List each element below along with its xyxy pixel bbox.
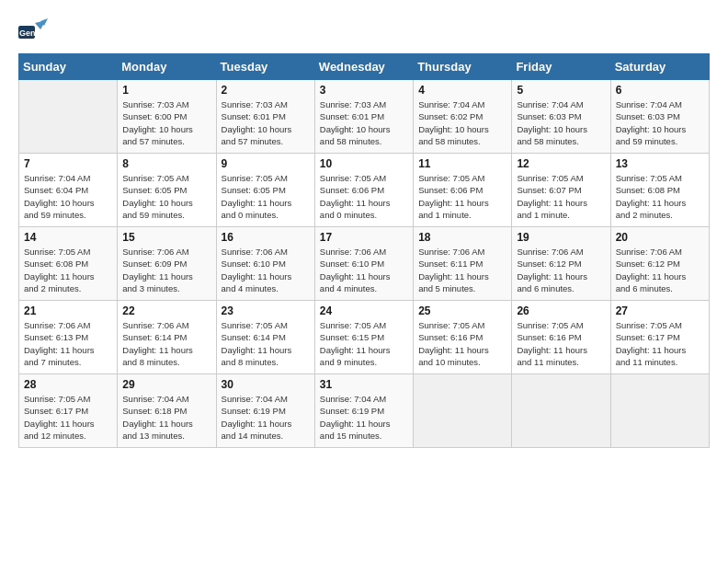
day-info: Sunrise: 7:06 AM Sunset: 6:11 PM Dayligh… (418, 246, 506, 294)
day-cell (414, 374, 512, 448)
day-number: 2 (222, 84, 310, 97)
day-cell: 1Sunrise: 7:03 AM Sunset: 6:00 PM Daylig… (118, 80, 216, 154)
day-info: Sunrise: 7:05 AM Sunset: 6:06 PM Dayligh… (418, 172, 506, 221)
week-row-5: 28Sunrise: 7:05 AM Sunset: 6:17 PM Dayli… (19, 374, 710, 448)
week-row-1: 1Sunrise: 7:03 AM Sunset: 6:00 PM Daylig… (19, 80, 710, 154)
day-info: Sunrise: 7:05 AM Sunset: 6:06 PM Dayligh… (320, 172, 408, 221)
day-number: 16 (222, 231, 310, 244)
day-cell: 24Sunrise: 7:05 AM Sunset: 6:15 PM Dayli… (314, 301, 413, 374)
day-number: 25 (418, 304, 506, 317)
day-number: 26 (517, 304, 605, 317)
day-number: 14 (24, 231, 112, 244)
day-cell: 4Sunrise: 7:04 AM Sunset: 6:02 PM Daylig… (414, 80, 512, 154)
day-number: 29 (122, 378, 210, 391)
day-number: 22 (122, 304, 210, 317)
day-cell: 26Sunrise: 7:05 AM Sunset: 6:16 PM Dayli… (512, 301, 610, 374)
day-number: 8 (122, 157, 210, 170)
day-info: Sunrise: 7:05 AM Sunset: 6:05 PM Dayligh… (122, 172, 210, 221)
day-cell: 7Sunrise: 7:04 AM Sunset: 6:04 PM Daylig… (19, 154, 118, 227)
day-info: Sunrise: 7:03 AM Sunset: 6:00 PM Dayligh… (122, 98, 210, 147)
day-number: 1 (122, 84, 210, 97)
day-info: Sunrise: 7:03 AM Sunset: 6:01 PM Dayligh… (320, 98, 408, 147)
day-info: Sunrise: 7:06 AM Sunset: 6:09 PM Dayligh… (122, 246, 210, 294)
day-info: Sunrise: 7:06 AM Sunset: 6:10 PM Dayligh… (320, 246, 408, 294)
header-cell-tuesday: Tuesday (216, 54, 314, 80)
day-number: 23 (222, 304, 310, 317)
day-cell (610, 374, 709, 448)
day-info: Sunrise: 7:05 AM Sunset: 6:17 PM Dayligh… (616, 319, 704, 368)
calendar-table: SundayMondayTuesdayWednesdayThursdayFrid… (18, 53, 710, 448)
day-number: 6 (616, 84, 704, 97)
day-number: 30 (222, 378, 310, 391)
header-row: SundayMondayTuesdayWednesdayThursdayFrid… (19, 54, 710, 80)
day-info: Sunrise: 7:04 AM Sunset: 6:03 PM Dayligh… (517, 98, 605, 147)
day-number: 21 (24, 304, 112, 317)
day-number: 13 (616, 157, 704, 170)
day-info: Sunrise: 7:04 AM Sunset: 6:03 PM Dayligh… (616, 98, 704, 147)
day-number: 9 (222, 157, 310, 170)
day-info: Sunrise: 7:06 AM Sunset: 6:10 PM Dayligh… (222, 246, 310, 294)
day-number: 24 (320, 304, 408, 317)
header-cell-friday: Friday (512, 54, 610, 80)
day-cell: 20Sunrise: 7:06 AM Sunset: 6:12 PM Dayli… (610, 227, 709, 301)
day-number: 18 (418, 231, 506, 244)
logo-icon: Gen (18, 18, 48, 44)
header-cell-wednesday: Wednesday (314, 54, 413, 80)
day-info: Sunrise: 7:04 AM Sunset: 6:19 PM Dayligh… (320, 393, 408, 442)
day-number: 12 (517, 157, 605, 170)
day-cell: 18Sunrise: 7:06 AM Sunset: 6:11 PM Dayli… (414, 227, 512, 301)
day-cell (19, 80, 118, 154)
day-info: Sunrise: 7:04 AM Sunset: 6:19 PM Dayligh… (222, 393, 310, 442)
day-info: Sunrise: 7:05 AM Sunset: 6:08 PM Dayligh… (616, 172, 704, 221)
day-info: Sunrise: 7:06 AM Sunset: 6:13 PM Dayligh… (24, 319, 112, 368)
week-row-4: 21Sunrise: 7:06 AM Sunset: 6:13 PM Dayli… (19, 301, 710, 374)
day-info: Sunrise: 7:05 AM Sunset: 6:08 PM Dayligh… (24, 246, 112, 294)
day-number: 3 (320, 84, 408, 97)
day-number: 19 (517, 231, 605, 244)
day-cell: 21Sunrise: 7:06 AM Sunset: 6:13 PM Dayli… (19, 301, 118, 374)
day-cell: 11Sunrise: 7:05 AM Sunset: 6:06 PM Dayli… (414, 154, 512, 227)
day-info: Sunrise: 7:05 AM Sunset: 6:05 PM Dayligh… (222, 172, 310, 221)
day-cell: 13Sunrise: 7:05 AM Sunset: 6:08 PM Dayli… (610, 154, 709, 227)
day-cell: 12Sunrise: 7:05 AM Sunset: 6:07 PM Dayli… (512, 154, 610, 227)
header-cell-thursday: Thursday (414, 54, 512, 80)
calendar-header: SundayMondayTuesdayWednesdayThursdayFrid… (19, 54, 710, 80)
day-number: 4 (418, 84, 506, 97)
calendar-body: 1Sunrise: 7:03 AM Sunset: 6:00 PM Daylig… (19, 80, 710, 448)
day-cell: 17Sunrise: 7:06 AM Sunset: 6:10 PM Dayli… (314, 227, 413, 301)
header-cell-monday: Monday (118, 54, 216, 80)
day-cell: 5Sunrise: 7:04 AM Sunset: 6:03 PM Daylig… (512, 80, 610, 154)
day-cell (512, 374, 610, 448)
day-cell: 19Sunrise: 7:06 AM Sunset: 6:12 PM Dayli… (512, 227, 610, 301)
day-cell: 6Sunrise: 7:04 AM Sunset: 6:03 PM Daylig… (610, 80, 709, 154)
day-cell: 29Sunrise: 7:04 AM Sunset: 6:18 PM Dayli… (118, 374, 216, 448)
day-cell: 8Sunrise: 7:05 AM Sunset: 6:05 PM Daylig… (118, 154, 216, 227)
day-cell: 27Sunrise: 7:05 AM Sunset: 6:17 PM Dayli… (610, 301, 709, 374)
week-row-3: 14Sunrise: 7:05 AM Sunset: 6:08 PM Dayli… (19, 227, 710, 301)
header-cell-saturday: Saturday (610, 54, 709, 80)
day-info: Sunrise: 7:04 AM Sunset: 6:18 PM Dayligh… (122, 393, 210, 442)
logo: Gen (18, 18, 51, 44)
day-number: 11 (418, 157, 506, 170)
day-cell: 16Sunrise: 7:06 AM Sunset: 6:10 PM Dayli… (216, 227, 314, 301)
day-cell: 14Sunrise: 7:05 AM Sunset: 6:08 PM Dayli… (19, 227, 118, 301)
week-row-2: 7Sunrise: 7:04 AM Sunset: 6:04 PM Daylig… (19, 154, 710, 227)
day-info: Sunrise: 7:06 AM Sunset: 6:12 PM Dayligh… (517, 246, 605, 294)
day-info: Sunrise: 7:06 AM Sunset: 6:12 PM Dayligh… (616, 246, 704, 294)
day-cell: 15Sunrise: 7:06 AM Sunset: 6:09 PM Dayli… (118, 227, 216, 301)
day-cell: 23Sunrise: 7:05 AM Sunset: 6:14 PM Dayli… (216, 301, 314, 374)
day-cell: 31Sunrise: 7:04 AM Sunset: 6:19 PM Dayli… (314, 374, 413, 448)
day-number: 27 (616, 304, 704, 317)
page-header: Gen (18, 18, 710, 44)
day-cell: 22Sunrise: 7:06 AM Sunset: 6:14 PM Dayli… (118, 301, 216, 374)
day-info: Sunrise: 7:06 AM Sunset: 6:14 PM Dayligh… (122, 319, 210, 368)
day-cell: 30Sunrise: 7:04 AM Sunset: 6:19 PM Dayli… (216, 374, 314, 448)
day-info: Sunrise: 7:05 AM Sunset: 6:17 PM Dayligh… (24, 393, 112, 442)
day-cell: 3Sunrise: 7:03 AM Sunset: 6:01 PM Daylig… (314, 80, 413, 154)
day-number: 7 (24, 157, 112, 170)
day-number: 5 (517, 84, 605, 97)
day-cell: 9Sunrise: 7:05 AM Sunset: 6:05 PM Daylig… (216, 154, 314, 227)
day-info: Sunrise: 7:05 AM Sunset: 6:07 PM Dayligh… (517, 172, 605, 221)
svg-text:Gen: Gen (19, 29, 36, 38)
day-info: Sunrise: 7:03 AM Sunset: 6:01 PM Dayligh… (222, 98, 310, 147)
